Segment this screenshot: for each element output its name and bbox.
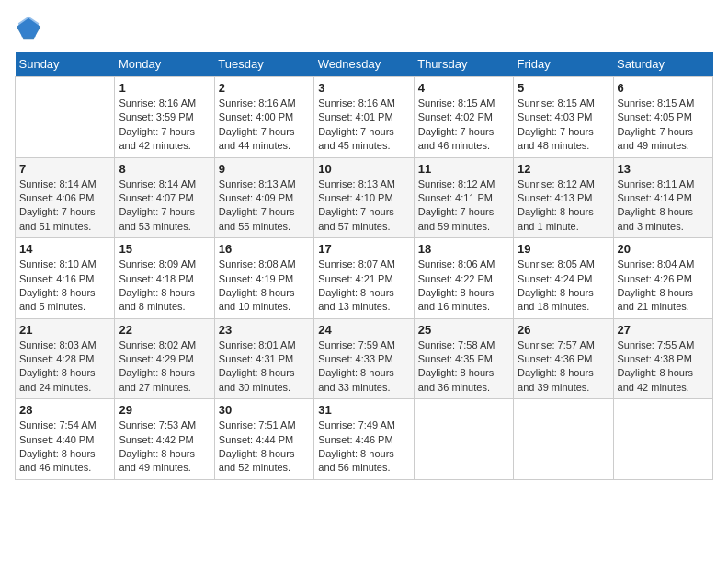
column-header-tuesday: Tuesday — [214, 52, 313, 77]
calendar-table: SundayMondayTuesdayWednesdayThursdayFrid… — [15, 52, 713, 480]
calendar-cell: 10Sunrise: 8:13 AMSunset: 4:10 PMDayligh… — [314, 157, 414, 238]
calendar-cell: 7Sunrise: 8:14 AMSunset: 4:06 PMDaylight… — [16, 157, 115, 238]
day-number: 17 — [318, 242, 409, 256]
calendar-cell: 25Sunrise: 7:58 AMSunset: 4:35 PMDayligh… — [414, 318, 513, 399]
day-info: Sunrise: 8:07 AMSunset: 4:21 PMDaylight:… — [318, 258, 409, 315]
day-number: 3 — [318, 81, 409, 95]
calendar-cell — [514, 399, 613, 480]
calendar-cell: 30Sunrise: 7:51 AMSunset: 4:44 PMDayligh… — [214, 399, 313, 480]
day-info: Sunrise: 8:15 AMSunset: 4:02 PMDaylight:… — [418, 97, 509, 154]
day-number: 30 — [219, 403, 310, 417]
day-info: Sunrise: 8:16 AMSunset: 3:59 PMDaylight:… — [119, 97, 210, 154]
calendar-cell: 24Sunrise: 7:59 AMSunset: 4:33 PMDayligh… — [314, 318, 414, 399]
calendar-cell: 8Sunrise: 8:14 AMSunset: 4:07 PMDaylight… — [115, 157, 214, 238]
day-number: 6 — [618, 81, 709, 95]
day-number: 13 — [618, 162, 709, 176]
day-number: 21 — [19, 323, 110, 337]
calendar-cell: 21Sunrise: 8:03 AMSunset: 4:28 PMDayligh… — [16, 318, 115, 399]
day-info: Sunrise: 8:08 AMSunset: 4:19 PMDaylight:… — [219, 258, 310, 315]
day-number: 11 — [418, 162, 509, 176]
calendar-cell — [16, 77, 115, 158]
logo-icon — [17, 15, 42, 40]
calendar-cell: 1Sunrise: 8:16 AMSunset: 3:59 PMDaylight… — [115, 77, 214, 158]
day-info: Sunrise: 8:10 AMSunset: 4:16 PMDaylight:… — [19, 258, 110, 315]
calendar-week-4: 21Sunrise: 8:03 AMSunset: 4:28 PMDayligh… — [16, 318, 713, 399]
day-number: 26 — [518, 323, 609, 337]
day-number: 29 — [119, 403, 210, 417]
calendar-week-5: 28Sunrise: 7:54 AMSunset: 4:40 PMDayligh… — [16, 399, 713, 480]
calendar-cell: 9Sunrise: 8:13 AMSunset: 4:09 PMDaylight… — [214, 157, 313, 238]
calendar-cell: 20Sunrise: 8:04 AMSunset: 4:26 PMDayligh… — [613, 238, 712, 319]
logo — [15, 15, 42, 40]
day-info: Sunrise: 7:51 AMSunset: 4:44 PMDaylight:… — [219, 419, 310, 476]
day-info: Sunrise: 8:16 AMSunset: 4:01 PMDaylight:… — [318, 97, 409, 154]
day-number: 19 — [518, 242, 609, 256]
day-number: 8 — [119, 162, 210, 176]
calendar-cell: 27Sunrise: 7:55 AMSunset: 4:38 PMDayligh… — [613, 318, 712, 399]
calendar-cell — [414, 399, 513, 480]
calendar-cell: 31Sunrise: 7:49 AMSunset: 4:46 PMDayligh… — [314, 399, 414, 480]
day-number: 1 — [119, 81, 210, 95]
day-number: 7 — [19, 162, 110, 176]
calendar-cell: 12Sunrise: 8:12 AMSunset: 4:13 PMDayligh… — [514, 157, 613, 238]
day-number: 14 — [19, 242, 110, 256]
calendar-cell — [613, 399, 712, 480]
calendar-cell: 4Sunrise: 8:15 AMSunset: 4:02 PMDaylight… — [414, 77, 513, 158]
day-info: Sunrise: 7:54 AMSunset: 4:40 PMDaylight:… — [19, 419, 110, 476]
day-info: Sunrise: 8:05 AMSunset: 4:24 PMDaylight:… — [518, 258, 609, 315]
day-info: Sunrise: 8:15 AMSunset: 4:05 PMDaylight:… — [618, 97, 709, 154]
day-info: Sunrise: 8:02 AMSunset: 4:29 PMDaylight:… — [119, 339, 210, 396]
day-info: Sunrise: 8:04 AMSunset: 4:26 PMDaylight:… — [618, 258, 709, 315]
day-info: Sunrise: 8:01 AMSunset: 4:31 PMDaylight:… — [219, 339, 310, 396]
calendar-header-row: SundayMondayTuesdayWednesdayThursdayFrid… — [16, 52, 713, 77]
day-number: 4 — [418, 81, 509, 95]
column-header-saturday: Saturday — [613, 52, 712, 77]
day-info: Sunrise: 8:15 AMSunset: 4:03 PMDaylight:… — [518, 97, 609, 154]
day-info: Sunrise: 8:14 AMSunset: 4:07 PMDaylight:… — [119, 178, 210, 235]
calendar-cell: 5Sunrise: 8:15 AMSunset: 4:03 PMDaylight… — [514, 77, 613, 158]
day-info: Sunrise: 7:58 AMSunset: 4:35 PMDaylight:… — [418, 339, 509, 396]
column-header-thursday: Thursday — [414, 52, 513, 77]
calendar-cell: 11Sunrise: 8:12 AMSunset: 4:11 PMDayligh… — [414, 157, 513, 238]
column-header-friday: Friday — [514, 52, 613, 77]
calendar-cell: 23Sunrise: 8:01 AMSunset: 4:31 PMDayligh… — [214, 318, 313, 399]
column-header-wednesday: Wednesday — [314, 52, 414, 77]
day-number: 27 — [618, 323, 709, 337]
calendar-cell: 18Sunrise: 8:06 AMSunset: 4:22 PMDayligh… — [414, 238, 513, 319]
day-info: Sunrise: 8:16 AMSunset: 4:00 PMDaylight:… — [219, 97, 310, 154]
calendar-cell: 17Sunrise: 8:07 AMSunset: 4:21 PMDayligh… — [314, 238, 414, 319]
column-header-monday: Monday — [115, 52, 214, 77]
calendar-week-1: 1Sunrise: 8:16 AMSunset: 3:59 PMDaylight… — [16, 77, 713, 158]
day-info: Sunrise: 7:53 AMSunset: 4:42 PMDaylight:… — [119, 419, 210, 476]
day-number: 31 — [318, 403, 409, 417]
day-info: Sunrise: 7:49 AMSunset: 4:46 PMDaylight:… — [318, 419, 409, 476]
day-info: Sunrise: 8:12 AMSunset: 4:13 PMDaylight:… — [518, 178, 609, 235]
calendar-cell: 22Sunrise: 8:02 AMSunset: 4:29 PMDayligh… — [115, 318, 214, 399]
calendar-week-3: 14Sunrise: 8:10 AMSunset: 4:16 PMDayligh… — [16, 238, 713, 319]
day-number: 28 — [19, 403, 110, 417]
day-number: 10 — [318, 162, 409, 176]
day-info: Sunrise: 8:03 AMSunset: 4:28 PMDaylight:… — [19, 339, 110, 396]
day-info: Sunrise: 8:14 AMSunset: 4:06 PMDaylight:… — [19, 178, 110, 235]
day-number: 25 — [418, 323, 509, 337]
day-info: Sunrise: 8:11 AMSunset: 4:14 PMDaylight:… — [618, 178, 709, 235]
column-header-sunday: Sunday — [16, 52, 115, 77]
calendar-cell: 16Sunrise: 8:08 AMSunset: 4:19 PMDayligh… — [214, 238, 313, 319]
page-header — [15, 15, 713, 40]
day-number: 18 — [418, 242, 509, 256]
calendar-cell: 28Sunrise: 7:54 AMSunset: 4:40 PMDayligh… — [16, 399, 115, 480]
day-info: Sunrise: 7:59 AMSunset: 4:33 PMDaylight:… — [318, 339, 409, 396]
calendar-cell: 19Sunrise: 8:05 AMSunset: 4:24 PMDayligh… — [514, 238, 613, 319]
calendar-cell: 6Sunrise: 8:15 AMSunset: 4:05 PMDaylight… — [613, 77, 712, 158]
day-number: 12 — [518, 162, 609, 176]
svg-marker-1 — [18, 17, 39, 37]
day-info: Sunrise: 7:55 AMSunset: 4:38 PMDaylight:… — [618, 339, 709, 396]
day-info: Sunrise: 8:06 AMSunset: 4:22 PMDaylight:… — [418, 258, 509, 315]
calendar-cell: 15Sunrise: 8:09 AMSunset: 4:18 PMDayligh… — [115, 238, 214, 319]
day-number: 15 — [119, 242, 210, 256]
day-info: Sunrise: 7:57 AMSunset: 4:36 PMDaylight:… — [518, 339, 609, 396]
day-number: 9 — [219, 162, 310, 176]
day-number: 16 — [219, 242, 310, 256]
day-info: Sunrise: 8:13 AMSunset: 4:10 PMDaylight:… — [318, 178, 409, 235]
day-info: Sunrise: 8:13 AMSunset: 4:09 PMDaylight:… — [219, 178, 310, 235]
